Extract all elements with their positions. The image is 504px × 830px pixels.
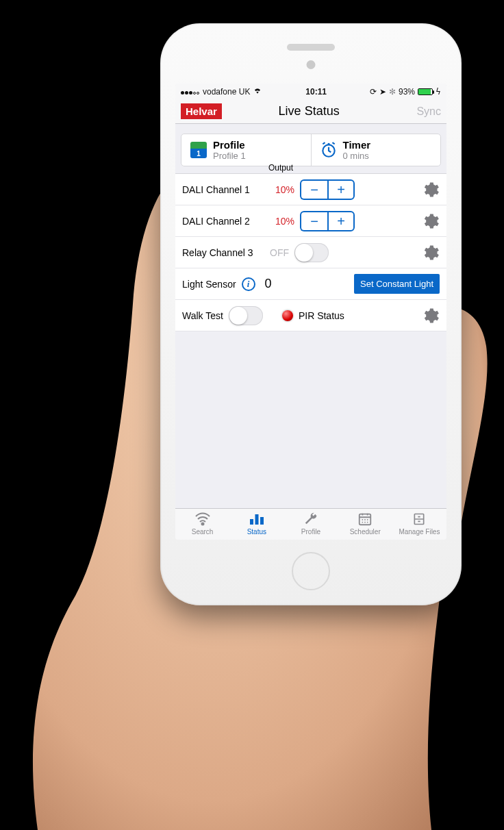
relay-toggle[interactable] bbox=[294, 243, 329, 262]
wifi-search-icon bbox=[194, 512, 212, 527]
tab-label: Profile bbox=[301, 528, 320, 536]
tab-scheduler[interactable]: Scheduler bbox=[338, 512, 392, 536]
carrier-label: vodafone UK bbox=[203, 87, 250, 97]
svg-rect-4 bbox=[255, 514, 258, 525]
gear-icon[interactable] bbox=[420, 212, 440, 231]
signal-dots-icon bbox=[181, 87, 200, 97]
profile-heading: Profile bbox=[213, 139, 246, 151]
profile-icon bbox=[190, 142, 207, 158]
light-sensor-row: Light Sensor i 0 Set Constant Light bbox=[175, 268, 446, 300]
location-icon: ➤ bbox=[379, 87, 386, 97]
tab-manage-files[interactable]: Manage Files bbox=[392, 512, 446, 536]
relay-name: Relay Channel 3 bbox=[182, 247, 264, 258]
channel-name: DALI Channel 2 bbox=[182, 216, 264, 227]
decrement-button[interactable]: − bbox=[300, 179, 327, 200]
sync-button[interactable]: Sync bbox=[416, 105, 441, 118]
nav-bar: Helvar Live Status Sync bbox=[175, 99, 446, 124]
walk-test-label: Walk Test bbox=[182, 310, 223, 321]
increment-button[interactable]: + bbox=[327, 179, 355, 200]
decrement-button[interactable]: − bbox=[300, 211, 327, 231]
gear-icon[interactable] bbox=[420, 180, 440, 199]
battery-icon bbox=[418, 88, 433, 95]
gear-icon[interactable] bbox=[420, 243, 440, 262]
wrench-icon bbox=[302, 512, 320, 527]
orientation-lock-icon: ⟳ bbox=[370, 87, 377, 97]
screen: vodafone UK 10:11 ⟳ ➤ ✻ 93% ϟ Helvar Liv… bbox=[175, 84, 446, 540]
walk-test-row: Walk Test PIR Status bbox=[175, 300, 446, 331]
phone-frame: vodafone UK 10:11 ⟳ ➤ ✻ 93% ϟ Helvar Liv… bbox=[160, 23, 462, 605]
tab-bar: Search Status Profile Scheduler Manage F… bbox=[175, 508, 446, 540]
clock-label: 10:11 bbox=[305, 87, 327, 97]
bluetooth-icon: ✻ bbox=[389, 87, 396, 97]
svg-point-2 bbox=[201, 523, 203, 525]
output-header-label: Output bbox=[268, 163, 293, 173]
tab-label: Manage Files bbox=[399, 528, 440, 536]
walk-test-toggle[interactable] bbox=[229, 306, 263, 325]
channel-name: DALI Channel 1 bbox=[182, 184, 264, 195]
bar-chart-icon bbox=[248, 512, 266, 527]
charging-icon: ϟ bbox=[436, 87, 441, 97]
ios-status-bar: vodafone UK 10:11 ⟳ ➤ ✻ 93% ϟ bbox=[175, 84, 446, 99]
light-sensor-value: 0 bbox=[265, 277, 272, 291]
svg-point-8 bbox=[364, 519, 366, 520]
pir-status-label: PIR Status bbox=[299, 310, 344, 321]
calendar-icon bbox=[356, 512, 374, 527]
timer-heading: Timer bbox=[343, 139, 371, 151]
info-icon[interactable]: i bbox=[242, 277, 255, 291]
tab-label: Scheduler bbox=[350, 528, 381, 536]
tab-status[interactable]: Status bbox=[229, 512, 284, 536]
timer-cell[interactable]: Timer 0 mins bbox=[311, 134, 441, 166]
tab-profile[interactable]: Profile bbox=[284, 512, 338, 536]
svg-point-7 bbox=[362, 519, 364, 520]
channel-value: 10% bbox=[270, 216, 294, 227]
profile-value: Profile 1 bbox=[213, 151, 246, 161]
dali-channel-2-row: DALI Channel 2 10% − + bbox=[175, 205, 446, 237]
dali-channel-1-row: Output DALI Channel 1 10% − + bbox=[175, 174, 446, 205]
tab-label: Status bbox=[247, 528, 266, 536]
set-constant-light-button[interactable]: Set Constant Light bbox=[354, 274, 440, 294]
profile-cell[interactable]: Profile Profile 1 bbox=[181, 134, 311, 166]
summary-card: Profile Profile 1 Timer 0 mins bbox=[181, 134, 441, 166]
svg-rect-5 bbox=[260, 517, 264, 525]
svg-point-9 bbox=[367, 519, 368, 520]
tab-label: Search bbox=[192, 528, 214, 536]
relay-state-label: OFF bbox=[270, 247, 289, 258]
home-button[interactable] bbox=[292, 552, 330, 590]
relay-channel-row: Relay Channel 3 OFF bbox=[175, 237, 446, 268]
increment-button[interactable]: + bbox=[327, 211, 355, 231]
wifi-icon bbox=[253, 86, 262, 97]
channel-value: 10% bbox=[270, 184, 294, 195]
svg-point-10 bbox=[362, 522, 364, 523]
gear-icon[interactable] bbox=[420, 306, 440, 325]
svg-point-12 bbox=[367, 522, 368, 523]
tab-search[interactable]: Search bbox=[175, 512, 229, 536]
timer-value: 0 mins bbox=[343, 151, 371, 161]
file-cabinet-icon bbox=[410, 512, 428, 527]
svg-point-11 bbox=[364, 522, 366, 523]
battery-pct-label: 93% bbox=[399, 87, 415, 97]
alarm-clock-icon bbox=[320, 141, 338, 159]
svg-rect-3 bbox=[250, 519, 253, 525]
svg-point-1 bbox=[327, 143, 329, 145]
light-sensor-label: Light Sensor bbox=[182, 279, 236, 290]
pir-status-led-icon bbox=[282, 310, 293, 321]
page-title: Live Status bbox=[201, 104, 417, 118]
